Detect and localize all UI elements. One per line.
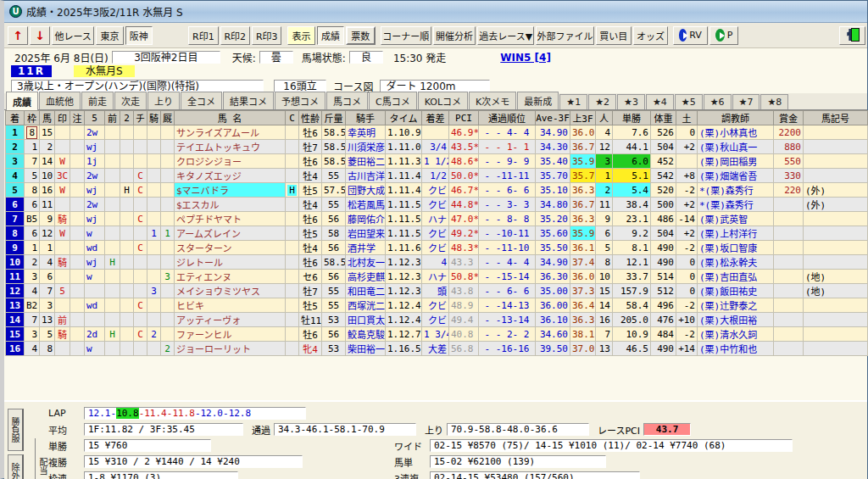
win5-link[interactable]: WIN5 [4] — [500, 52, 551, 64]
tab-★8[interactable]: ★8 — [760, 94, 788, 109]
toolbar-button-他レース[interactable]: 他レース — [52, 26, 94, 45]
table-row[interactable]: 5816WwjHC$マニバドラH牡557.5団野大成1.11.4クビ46.7*-… — [6, 183, 868, 198]
tab-成績[interactable]: 成績 — [6, 92, 38, 110]
cell-prize: 330 — [774, 169, 804, 183]
toolbar-button-P[interactable]: P — [709, 26, 739, 45]
table-row[interactable]: 8612Ww11アームズレイン牡558岩田望来1.11.5クビ49.2*- -1… — [6, 226, 868, 241]
cell-trainer: (栗)清水久詞 — [698, 327, 774, 342]
table-row[interactable]: 1136w3エティエンヌセ656高杉吏麒1.12.3ハナ50.8*- -15-1… — [6, 270, 868, 284]
column-header-pci: PCI — [449, 111, 479, 125]
tab-★3[interactable]: ★3 — [617, 94, 645, 109]
tab-予想コメ[interactable]: 予想コメ — [275, 92, 326, 109]
cell-odds: 44.1 — [613, 140, 651, 154]
cell-name: スターターン — [175, 241, 286, 255]
tab-★1[interactable]: ★1 — [559, 94, 587, 109]
toolbar-button-コーナー順[interactable]: コーナー順 — [381, 26, 431, 45]
cell-jockey: 団野大成 — [346, 183, 386, 198]
tab-K次メモ[interactable]: K次メモ — [469, 92, 516, 109]
toolbar-button-票数[interactable]: 票数 — [346, 26, 375, 45]
payout-vertical-label: 配当 — [35, 438, 49, 479]
cell-odds: 23.1 — [613, 212, 651, 226]
cell-margin: 3/4 — [422, 140, 449, 154]
cell-load: 53 — [322, 313, 346, 327]
tab-★4[interactable]: ★4 — [646, 94, 674, 109]
cell-symbol — [804, 212, 868, 226]
tab-excluded-horses[interactable]: 除外馬 — [8, 454, 24, 479]
tab-最新成[interactable]: 最新成 — [517, 92, 559, 109]
tab-silks[interactable]: 勝負服 — [8, 409, 24, 451]
tab-★2[interactable]: ★2 — [588, 94, 616, 109]
toolbar-button-表示[interactable]: 表示 — [287, 26, 314, 45]
tab-C馬コメ[interactable]: C馬コメ — [369, 92, 417, 109]
tab-★6[interactable]: ★6 — [704, 94, 732, 109]
table-row[interactable]: 124753メイショウミツヤス牡755和田竜二1.12.3頭43.8- - 6-… — [6, 284, 868, 298]
toolbar-button-外部ファイル[interactable]: 外部ファイル — [536, 26, 594, 45]
toolbar-button-過去レース▼[interactable]: 過去レース▼ — [477, 26, 534, 45]
cell-sex_age: 牡4 — [299, 169, 322, 183]
tab-全コメ[interactable]: 全コメ — [181, 92, 222, 109]
cell-time: 1.11.3 — [386, 154, 422, 169]
cell-load: 58 — [322, 226, 346, 241]
cell-wt_diff: -2 — [676, 241, 698, 255]
toolbar-button-阪神[interactable]: 阪神 — [125, 26, 153, 45]
payout-value-ワイド: 02-15 ¥8570 (75)/ 14-15 ¥1010 (11)/ 02-1… — [430, 439, 793, 452]
tab-次走[interactable]: 次走 — [114, 92, 147, 109]
toolbar-button-R印2[interactable]: R印2 — [220, 26, 250, 45]
tab-前走[interactable]: 前走 — [81, 92, 114, 109]
cell-jockey: 和田竜二 — [346, 284, 386, 298]
cell-mae — [105, 140, 120, 154]
lap-segment: 11.4 — [144, 408, 167, 419]
cell-pci: 50.0* — [449, 169, 479, 183]
toolbar-button-RV[interactable]: RV — [673, 26, 708, 45]
column-header-symbol: 馬記号 — [804, 111, 868, 125]
table-row[interactable]: 13B23wdCヒビキ牡555西塚洸二1.12.4クビ48.9- -14-133… — [6, 298, 868, 313]
table-row[interactable]: 1024騎wjHジレトール牡658.5北村友一1.12.3443.3- - 4-… — [6, 255, 868, 270]
cell-name: ペプチドヤマト — [175, 212, 286, 226]
tab-KOLコメ[interactable]: KOLコメ — [418, 92, 468, 109]
table-row[interactable]: 1648w2ジョーローリット牝453柴田裕一1.16.5大差56.8- -16-… — [6, 342, 868, 356]
lap-separator: - — [195, 408, 201, 419]
toolbar-button-開催分析[interactable]: 開催分析 — [433, 26, 476, 45]
cell-wt_diff — [676, 154, 698, 169]
tab-上り[interactable]: 上り — [147, 92, 180, 109]
cell-ki — [147, 198, 161, 212]
table-row[interactable]: 7B59騎wjCペプチドヤマト牡656藤岡佑介1.11.5ハナ47.0*- - … — [6, 212, 868, 226]
table-row[interactable]: 911wdCスターターン牡456酒井学1.11.6クビ48.3*- -11-10… — [6, 241, 868, 255]
table-row[interactable]: 45103C2wCキタノズエッジ牡455古川吉洋1.11.41/250.0*- … — [6, 169, 868, 183]
tab-★5[interactable]: ★5 — [675, 94, 703, 109]
toolbar-button-買い目[interactable]: 買い目 — [596, 26, 632, 45]
toolbar-button-↓[interactable]: ↓ — [30, 26, 50, 45]
cell-chi: C — [134, 298, 147, 313]
toolbar-button-↑[interactable]: ↑ — [8, 26, 28, 45]
cell-odds: 10.9 — [613, 327, 651, 342]
toolbar-button-R印1[interactable]: R印1 — [188, 26, 218, 45]
cell-trainer: (栗)岡田稲男 — [698, 154, 774, 169]
table-row[interactable]: 18152wサンライズアムール牡658.5幸英明1.10.946.9*- - 4… — [6, 125, 868, 140]
toolbar-button-成績[interactable]: 成績 — [317, 26, 344, 45]
course-map-link[interactable]: コース図 — [333, 79, 373, 93]
tab-血統他[interactable]: 血統他 — [39, 92, 81, 109]
tab-結果コメ[interactable]: 結果コメ — [223, 92, 274, 109]
toolbar-button-exit[interactable] — [839, 26, 865, 45]
cell-num: 3 — [40, 298, 55, 313]
cell-time: 1.11.6 — [386, 241, 422, 255]
toolbar-button-オッズ[interactable]: オッズ — [633, 26, 669, 45]
cell-pop: 8 — [596, 255, 613, 270]
toolbar-button-東京[interactable]: 東京 — [96, 26, 123, 45]
cell-c5: wj — [85, 255, 105, 270]
cell-pci: 43.3 — [449, 255, 479, 270]
cell-num: 16 — [40, 183, 55, 198]
tab-馬コメ[interactable]: 馬コメ — [326, 92, 368, 109]
cell-c5: wj — [85, 212, 105, 226]
table-row[interactable]: 66112w$エスカル牡455松若風馬1.11.5クビ44.8*- - 3- 3… — [6, 198, 868, 212]
cell-ave3f: 35.10 — [536, 183, 570, 198]
table-row[interactable]: 1535騎2dHC2ファーンヒル牡656鮫島克駿1.12.71 3/440.8-… — [6, 327, 868, 342]
cell-last3f: 36.3 — [570, 183, 596, 198]
table-row[interactable]: 3714W1jクロジシジョー牡658.5菱田裕二1.11.31 1/248.6*… — [6, 154, 868, 169]
table-row[interactable]: 14713前アッティーヴォ牡1153田口貫太1.12.4クビ49.4- -13-… — [6, 313, 868, 327]
table-row[interactable]: 212wjテイエムトッキュウ牡758.5川須栄彦1.11.03/443.5*- … — [6, 140, 868, 154]
toolbar-button-R印3[interactable]: R印3 — [252, 26, 281, 45]
tab-★7[interactable]: ★7 — [732, 94, 760, 109]
cell-place: 2 — [6, 140, 25, 154]
cell-sex_age: 牡6 — [299, 125, 322, 140]
